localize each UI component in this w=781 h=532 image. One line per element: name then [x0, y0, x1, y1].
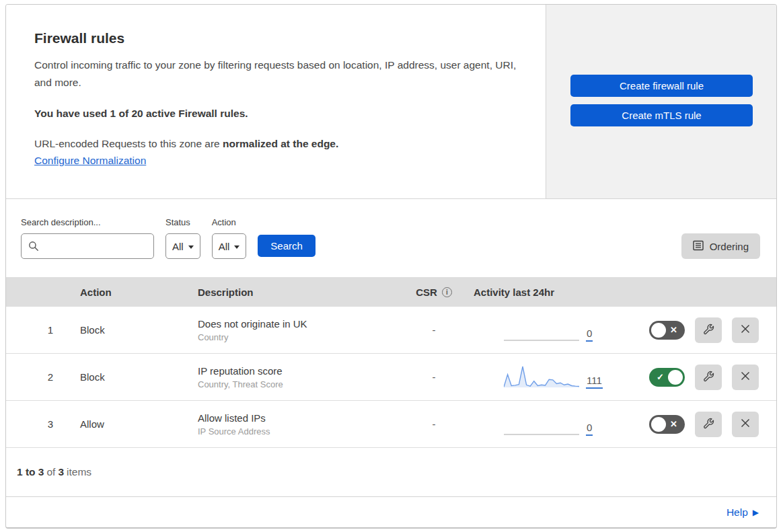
ordering-list-icon	[693, 240, 704, 253]
delete-rule-button[interactable]	[732, 317, 759, 343]
description-column-header: Description	[182, 287, 397, 298]
rule-priority: 2	[6, 371, 64, 383]
wrench-icon	[703, 418, 714, 431]
rule-priority: 3	[6, 418, 64, 430]
search-button[interactable]: Search	[258, 235, 315, 257]
status-toggle[interactable]: ✓ ✕	[649, 415, 685, 434]
info-icon[interactable]: i	[442, 287, 452, 297]
filter-bar: Search description... Status All Action …	[6, 199, 776, 277]
pagination-range: 1 to 3	[17, 466, 44, 478]
close-icon	[740, 324, 751, 336]
header-section: Firewall rules Control incoming traffic …	[6, 5, 776, 199]
activity-count-link[interactable]: 111	[586, 375, 603, 389]
rule-action: Allow	[64, 418, 182, 430]
rule-description: Does not originate in UK	[198, 318, 397, 330]
action-column-header: Action	[64, 287, 182, 298]
action-select-value: All	[219, 241, 230, 252]
rule-csr-value: -	[397, 324, 471, 336]
rule-csr-value: -	[397, 371, 471, 383]
help-arrow-icon: ▶	[753, 508, 759, 517]
table-row: 2 Block IP reputation score Country, Thr…	[6, 354, 776, 401]
delete-rule-button[interactable]	[732, 365, 759, 390]
activity-sparkline	[504, 412, 579, 437]
edit-rule-button[interactable]	[695, 317, 722, 343]
usage-summary: You have used 1 of 20 active Firewall ru…	[34, 108, 517, 120]
activity-sparkline	[504, 317, 579, 343]
edit-rule-button[interactable]	[695, 365, 722, 390]
rule-fields: IP Source Address	[198, 426, 397, 436]
header-card: Firewall rules Control incoming traffic …	[6, 5, 546, 198]
create-firewall-rule-button[interactable]: Create firewall rule	[570, 75, 753, 97]
ordering-button-label: Ordering	[710, 241, 749, 252]
page-title: Firewall rules	[34, 30, 517, 46]
activity-count-link[interactable]: 0	[586, 422, 593, 436]
rule-fields: Country, Threat Score	[198, 379, 397, 389]
toggle-knob	[668, 370, 683, 385]
wrench-icon	[703, 324, 714, 337]
page-description: Control incoming traffic to your zone by…	[34, 56, 517, 91]
configure-normalization-link[interactable]: Configure Normalization	[34, 155, 146, 166]
search-group: Search description...	[21, 217, 154, 259]
create-mtls-rule-button[interactable]: Create mTLS rule	[570, 104, 753, 126]
wrench-icon	[703, 371, 714, 384]
toggle-knob	[651, 323, 666, 338]
activity-count-link[interactable]: 0	[586, 328, 593, 342]
normalization-prefix: URL-encoded Requests to this zone are	[34, 138, 223, 149]
delete-rule-button[interactable]	[732, 412, 759, 437]
rule-fields: Country	[198, 332, 397, 342]
csr-header-label: CSR	[416, 287, 437, 298]
table-row: 3 Allow Allow listed IPs IP Source Addre…	[6, 401, 776, 448]
check-icon: ✓	[657, 368, 664, 387]
chevron-down-icon	[234, 245, 239, 249]
search-label: Search description...	[21, 217, 154, 227]
actions-panel: Create firewall rule Create mTLS rule	[546, 5, 776, 198]
status-toggle[interactable]: ✓ ✕	[649, 368, 685, 387]
action-select[interactable]: All	[212, 233, 247, 259]
rule-csr-value: -	[397, 418, 471, 430]
activity-column-header: Activity last 24hr	[471, 287, 626, 298]
activity-sparkline	[504, 365, 579, 390]
status-filter-group: Status All	[165, 217, 200, 259]
close-icon	[740, 371, 751, 383]
pagination-of: of	[46, 466, 55, 478]
x-icon: ✕	[670, 321, 677, 340]
help-link[interactable]: Help	[727, 506, 748, 519]
status-label: Status	[165, 217, 200, 227]
pagination-items: items	[67, 466, 91, 478]
table-header: Action Description CSR i Activity last 2…	[6, 277, 776, 307]
action-filter-group: Action All	[212, 217, 247, 259]
rule-action: Block	[64, 371, 182, 383]
status-select[interactable]: All	[165, 233, 200, 259]
pagination-summary: 1 to 3 of 3 items	[6, 448, 776, 497]
pagination-total: 3	[58, 466, 64, 478]
rule-priority: 1	[6, 324, 64, 336]
x-icon: ✕	[670, 415, 677, 434]
action-label: Action	[212, 217, 247, 227]
edit-rule-button[interactable]	[695, 412, 722, 437]
ordering-button[interactable]: Ordering	[681, 233, 760, 259]
close-icon	[740, 418, 751, 430]
chevron-down-icon	[188, 245, 194, 249]
rule-description: IP reputation score	[198, 365, 397, 377]
table-row: 1 Block Does not originate in UK Country…	[6, 307, 776, 354]
toggle-knob	[651, 417, 666, 432]
normalization-text: URL-encoded Requests to this zone are no…	[34, 138, 517, 150]
search-input[interactable]	[21, 233, 154, 259]
normalization-bold: normalized at the edge.	[223, 138, 338, 149]
status-select-value: All	[172, 241, 184, 252]
help-bar: Help ▶	[6, 497, 776, 527]
csr-column-header: CSR i	[397, 287, 471, 298]
status-toggle[interactable]: ✓ ✕	[649, 321, 685, 340]
rule-description: Allow listed IPs	[198, 412, 397, 424]
firewall-rules-panel: Firewall rules Control incoming traffic …	[5, 4, 777, 529]
rule-action: Block	[64, 324, 182, 336]
